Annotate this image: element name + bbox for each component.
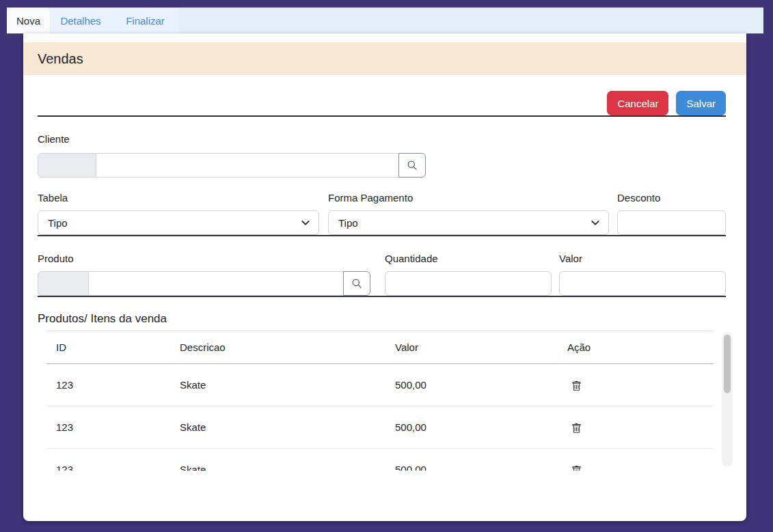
product-row: Produto Quantidade: [38, 253, 726, 296]
produto-field: Produto: [38, 253, 370, 296]
valor-input[interactable]: [559, 271, 726, 296]
card-content: Cancelar Salvar Cliente Tabela: [23, 91, 746, 471]
table-row: 123 Skate 500,00: [46, 364, 714, 406]
delete-item-button[interactable]: [571, 423, 582, 434]
cell-acao: [558, 449, 714, 471]
quantidade-label: Quantidade: [385, 253, 552, 265]
card-header: Vendas: [23, 42, 746, 75]
divider-bottom: [38, 296, 726, 297]
items-table: ID Descricao Valor Ação 123 Skate 500,00: [46, 331, 714, 471]
scrollbar-thumb[interactable]: [724, 335, 731, 393]
tabela-label: Tabela: [38, 192, 319, 204]
items-section-title: Produtos/ Itens da venda: [38, 312, 726, 326]
trash-icon: [571, 423, 582, 434]
vendas-card: Vendas Cancelar Salvar Cliente: [23, 33, 746, 521]
search-icon: [407, 160, 418, 171]
cell-descricao: Skate: [170, 406, 385, 449]
delete-item-button[interactable]: [571, 381, 582, 391]
column-header-acao: Ação: [558, 331, 714, 364]
column-header-id: ID: [46, 331, 170, 364]
desconto-field: Desconto: [617, 192, 726, 235]
quantidade-field: Quantidade: [385, 253, 552, 296]
cell-valor: 500,00: [385, 449, 558, 471]
forma-pagamento-field: Forma Pagamento Tipo: [328, 192, 609, 235]
cell-id: 123: [46, 449, 170, 471]
column-header-valor: Valor: [385, 331, 558, 364]
cliente-name-input[interactable]: [96, 153, 399, 178]
delete-item-button[interactable]: [571, 466, 582, 471]
cell-acao: [558, 364, 714, 406]
items-table-container: ID Descricao Valor Ação 123 Skate 500,00: [46, 331, 733, 471]
page-title: Vendas: [38, 51, 83, 67]
cliente-search-button[interactable]: [398, 153, 426, 178]
tabela-select[interactable]: Tipo: [38, 210, 319, 235]
cell-descricao: Skate: [170, 364, 385, 406]
desconto-input[interactable]: [617, 210, 726, 235]
column-header-descricao: Descricao: [170, 331, 385, 364]
produto-name-input[interactable]: [88, 271, 344, 296]
cell-valor: 500,00: [385, 406, 558, 449]
tab-nova-label: Nova: [16, 15, 40, 27]
cell-valor: 500,00: [385, 364, 558, 406]
cell-acao: [558, 406, 714, 449]
cell-descricao: Skate: [170, 449, 385, 471]
divider-top: [38, 115, 726, 117]
produto-input-group: [38, 271, 370, 296]
tab-bar: Nova Detalhes Finalizar: [7, 8, 763, 33]
tab-nova[interactable]: Nova: [7, 8, 50, 33]
divider-middle: [38, 235, 726, 236]
tab-detalhes[interactable]: Detalhes: [50, 8, 111, 33]
produto-search-button[interactable]: [343, 271, 370, 296]
valor-label: Valor: [559, 253, 726, 265]
salvar-button[interactable]: Salvar: [676, 91, 726, 115]
table-row: 123 Skate 500,00: [46, 449, 714, 471]
tabela-field: Tabela Tipo: [38, 192, 319, 235]
payment-row: Tabela Tipo Forma Pagamento Tip: [38, 192, 726, 235]
quantidade-input[interactable]: [385, 271, 552, 296]
search-icon: [351, 278, 362, 289]
cliente-input-group: [38, 153, 426, 178]
valor-field: Valor: [559, 253, 726, 296]
table-scrollbar[interactable]: [722, 332, 733, 467]
trash-icon: [571, 381, 582, 391]
cliente-code-input[interactable]: [38, 153, 96, 178]
cliente-label: Cliente: [38, 133, 726, 145]
tab-detalhes-label: Detalhes: [60, 15, 100, 27]
table-header-row: ID Descricao Valor Ação: [46, 331, 714, 364]
produto-label: Produto: [38, 253, 370, 265]
cancelar-button[interactable]: Cancelar: [607, 91, 668, 115]
desconto-label: Desconto: [617, 192, 726, 204]
action-buttons: Cancelar Salvar: [38, 91, 726, 115]
trash-icon: [571, 466, 582, 471]
produto-code-input[interactable]: [38, 271, 89, 296]
cell-id: 123: [46, 364, 170, 406]
cell-id: 123: [46, 406, 170, 449]
table-row: 123 Skate 500,00: [46, 406, 714, 449]
tab-finalizar-label: Finalizar: [126, 15, 165, 27]
forma-pagamento-select[interactable]: Tipo: [328, 210, 609, 235]
tab-finalizar[interactable]: Finalizar: [111, 8, 179, 33]
forma-pagamento-label: Forma Pagamento: [328, 192, 609, 204]
